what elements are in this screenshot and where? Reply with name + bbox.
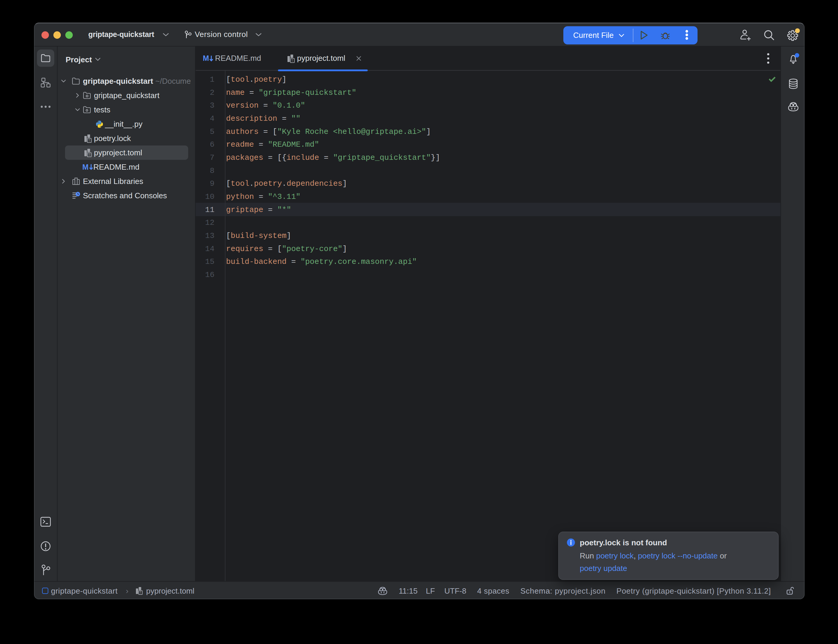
svg-text:T: T bbox=[139, 591, 141, 594]
svg-text:T: T bbox=[88, 153, 90, 156]
svg-text:T: T bbox=[291, 59, 293, 62]
svg-text:T: T bbox=[88, 139, 90, 142]
